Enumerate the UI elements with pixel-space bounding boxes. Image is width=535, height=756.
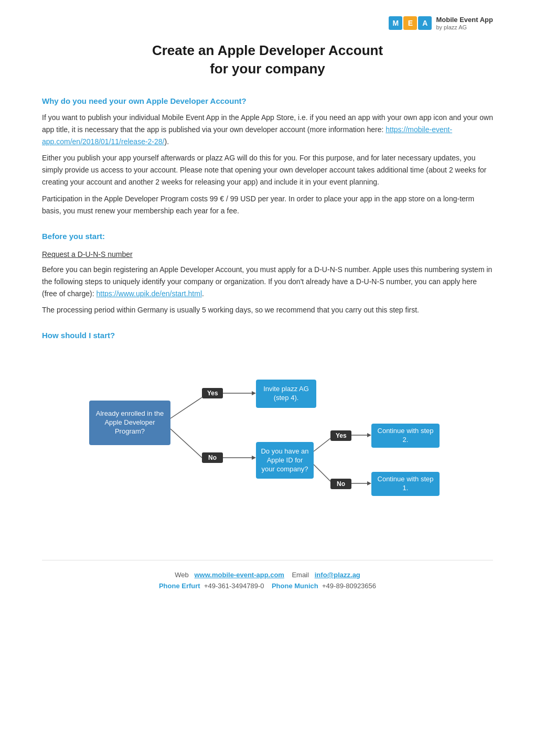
- logo-subtitle: by plazz AG: [436, 24, 493, 31]
- duns-para2: The processing period within Germany is …: [42, 304, 493, 316]
- logo-text-block: Mobile Event App by plazz AG: [436, 16, 493, 31]
- email-label: Email: [292, 571, 309, 579]
- email-link[interactable]: info@plazz.ag: [315, 571, 360, 579]
- svg-line-0: [170, 397, 202, 418]
- why-para2: Either you publish your app yourself aft…: [42, 152, 493, 188]
- footer: Web www.mobile-event-app.com Email info@…: [42, 560, 493, 590]
- duns-link[interactable]: https://www.upik.de/en/start.html: [97, 289, 202, 298]
- phone-munich-number: +49-89-80923656: [322, 582, 376, 590]
- footer-line2: Phone Erfurt +49-361-3494789-0 Phone Mun…: [42, 582, 493, 590]
- logo-box: M E A Mobile Event App by plazz AG: [389, 16, 493, 31]
- svg-marker-11: [367, 481, 371, 485]
- page-title-block: Create an Apple Developer Account for yo…: [42, 41, 493, 78]
- logo-title: Mobile Event App: [436, 16, 493, 24]
- no1-pill: No: [202, 452, 223, 463]
- request-heading: Request a D-U-N-S number: [42, 250, 493, 258]
- how-heading: How should I start?: [42, 331, 493, 340]
- why-para3: Participation in the Apple Developer Pro…: [42, 193, 493, 217]
- svg-marker-5: [252, 456, 256, 460]
- flowchart: Already enrolled in the Apple Developer …: [89, 355, 446, 528]
- logo-a: A: [418, 16, 432, 30]
- svg-marker-2: [252, 391, 256, 395]
- invite-box: Invite plazz AG (step 4).: [256, 380, 316, 408]
- duns-para1: Before you can begin registering an Appl…: [42, 264, 493, 300]
- continue2-box: Continue with step 2.: [371, 424, 440, 448]
- svg-line-3: [170, 429, 202, 458]
- logo-letters: M E A: [389, 16, 432, 30]
- svg-marker-8: [367, 433, 371, 437]
- why-heading: Why do you need your own Apple Developer…: [42, 96, 493, 105]
- before-heading: Before you start:: [42, 232, 493, 241]
- no2-pill: No: [330, 479, 351, 489]
- yes2-pill: Yes: [330, 430, 351, 441]
- continue1-box: Continue with step 1.: [371, 472, 440, 496]
- phone-erfurt-number: +49-361-3494789-0: [204, 582, 264, 590]
- logo-e: E: [403, 16, 417, 30]
- svg-line-6: [314, 438, 330, 451]
- why-para1: If you want to publish your individual M…: [42, 112, 493, 148]
- footer-line1: Web www.mobile-event-app.com Email info@…: [42, 571, 493, 579]
- phone-munich-label: Phone Munich: [272, 582, 318, 590]
- svg-line-9: [314, 465, 330, 481]
- page-title: Create an Apple Developer Account for yo…: [42, 41, 493, 78]
- enrolled-box: Already enrolled in the Apple Developer …: [89, 401, 170, 445]
- logo-m: M: [389, 16, 402, 30]
- apple-id-box: Do you have an Apple ID for your company…: [256, 442, 314, 479]
- phone-erfurt-label: Phone Erfurt: [159, 582, 200, 590]
- yes1-pill: Yes: [202, 388, 223, 398]
- web-link[interactable]: www.mobile-event-app.com: [195, 571, 284, 579]
- logo-area: M E A Mobile Event App by plazz AG: [42, 16, 493, 31]
- web-label: Web: [175, 571, 189, 579]
- flowchart-container: Already enrolled in the Apple Developer …: [42, 355, 493, 528]
